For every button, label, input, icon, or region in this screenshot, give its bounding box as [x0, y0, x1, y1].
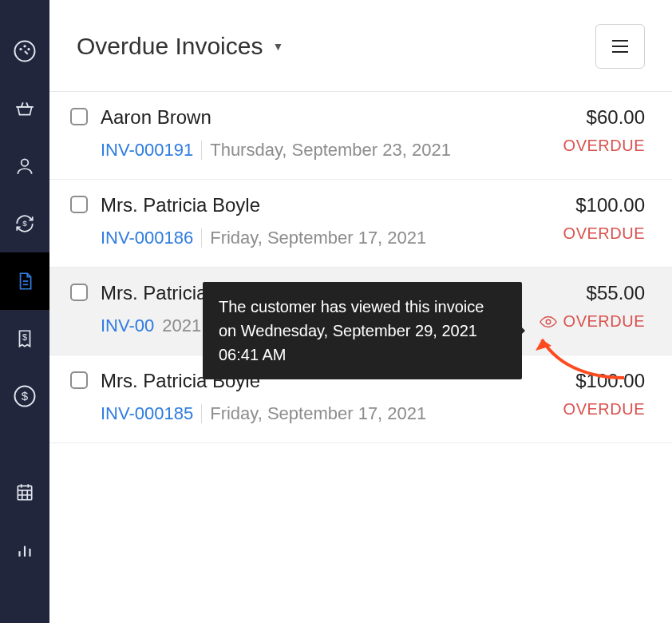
- invoice-status: OVERDUE: [563, 400, 645, 419]
- viewed-tooltip: The customer has viewed this invoice on …: [203, 282, 522, 379]
- page-title: Overdue Invoices: [77, 33, 263, 60]
- customer-name: Aaron Brown: [101, 106, 520, 129]
- document-icon: [14, 271, 35, 292]
- row-checkbox[interactable]: [70, 371, 88, 389]
- meta-divider: [201, 404, 202, 423]
- invoice-row[interactable]: Mrs. Patricia Boyle INV-00 2021 $55.00 O…: [49, 268, 672, 355]
- row-right: $100.00 OVERDUE: [533, 194, 645, 251]
- svg-point-6: [22, 159, 29, 166]
- invoice-row[interactable]: Aaron Brown INV-000191 Thursday, Septemb…: [49, 92, 672, 180]
- svg-rect-13: [18, 486, 31, 499]
- sidebar-item-customers[interactable]: [0, 137, 49, 195]
- person-icon: [14, 156, 35, 177]
- invoice-number[interactable]: INV-00: [101, 312, 154, 339]
- sidebar-item-calendar[interactable]: [0, 463, 49, 521]
- invoice-status: OVERDUE: [563, 312, 645, 331]
- bar-chart-icon: [14, 539, 35, 560]
- sidebar-item-estimates[interactable]: $: [0, 310, 49, 367]
- row-right: $100.00 OVERDUE: [533, 370, 645, 427]
- sidebar: $ $ $: [0, 0, 49, 623]
- row-main: Aaron Brown INV-000191 Thursday, Septemb…: [101, 106, 520, 163]
- svg-point-26: [546, 319, 551, 324]
- invoice-date: Thursday, September 23, 2021: [210, 137, 451, 163]
- header: Overdue Invoices ▼: [49, 0, 672, 91]
- row-main: Mrs. Patricia Boyle INV-000186 Friday, S…: [101, 194, 520, 251]
- calendar-icon: [14, 482, 35, 502]
- row-right: $55.00 OVERDUE: [533, 282, 645, 339]
- invoice-amount: $60.00: [533, 106, 645, 129]
- row-meta: INV-000191 Thursday, September 23, 2021: [101, 137, 520, 163]
- view-selector[interactable]: Overdue Invoices ▼: [77, 33, 283, 60]
- invoice-amount: $100.00: [533, 370, 645, 392]
- invoice-date: 2021: [162, 312, 201, 339]
- row-meta: INV-000185 Friday, September 17, 2021: [101, 400, 520, 427]
- sidebar-item-recurring[interactable]: $: [0, 195, 49, 252]
- hamburger-icon: [611, 39, 630, 54]
- row-checkbox[interactable]: [70, 108, 88, 125]
- dollar-circle-icon: $: [13, 384, 37, 408]
- invoice-number[interactable]: INV-000191: [101, 137, 193, 163]
- viewed-eye-icon: [540, 315, 557, 328]
- invoice-status: OVERDUE: [563, 137, 645, 155]
- invoice-list: Aaron Brown INV-000191 Thursday, Septemb…: [49, 91, 672, 443]
- svg-text:$: $: [22, 219, 27, 228]
- invoice-row[interactable]: Mrs. Patricia Boyle INV-000186 Friday, S…: [49, 180, 672, 268]
- svg-marker-27: [536, 339, 551, 351]
- invoice-number[interactable]: INV-000186: [101, 224, 193, 251]
- sidebar-item-invoices[interactable]: [0, 252, 49, 310]
- meta-divider: [201, 141, 202, 160]
- dashboard-icon: [13, 39, 37, 63]
- basket-icon: [14, 98, 35, 119]
- svg-text:$: $: [22, 332, 27, 342]
- row-right: $60.00 OVERDUE: [533, 106, 645, 163]
- svg-point-1: [19, 48, 22, 50]
- invoice-status: OVERDUE: [563, 224, 645, 243]
- svg-text:$: $: [22, 389, 29, 403]
- sidebar-item-reports[interactable]: [0, 521, 49, 578]
- invoice-amount: $55.00: [533, 282, 645, 304]
- refresh-dollar-icon: $: [14, 213, 35, 234]
- row-checkbox[interactable]: [70, 284, 88, 301]
- sidebar-item-payments[interactable]: $: [0, 367, 49, 425]
- document-dollar-icon: $: [14, 328, 35, 349]
- meta-divider: [201, 228, 202, 248]
- invoice-number[interactable]: INV-000185: [101, 400, 193, 427]
- customer-name: Mrs. Patricia Boyle: [101, 194, 520, 216]
- list-options-button[interactable]: [595, 24, 645, 69]
- sidebar-item-dashboard[interactable]: [0, 22, 49, 80]
- sidebar-item-items[interactable]: [0, 80, 49, 137]
- svg-point-3: [27, 48, 30, 50]
- caret-down-icon: ▼: [272, 40, 283, 53]
- invoice-date: Friday, September 17, 2021: [210, 400, 426, 427]
- invoice-date: Friday, September 17, 2021: [210, 224, 426, 251]
- main: Overdue Invoices ▼ Aaron Brown INV-00019…: [49, 0, 672, 623]
- row-checkbox[interactable]: [70, 196, 88, 213]
- svg-line-4: [25, 51, 28, 54]
- svg-point-2: [23, 45, 26, 47]
- invoice-amount: $100.00: [533, 194, 645, 216]
- row-meta: INV-000186 Friday, September 17, 2021: [101, 224, 520, 251]
